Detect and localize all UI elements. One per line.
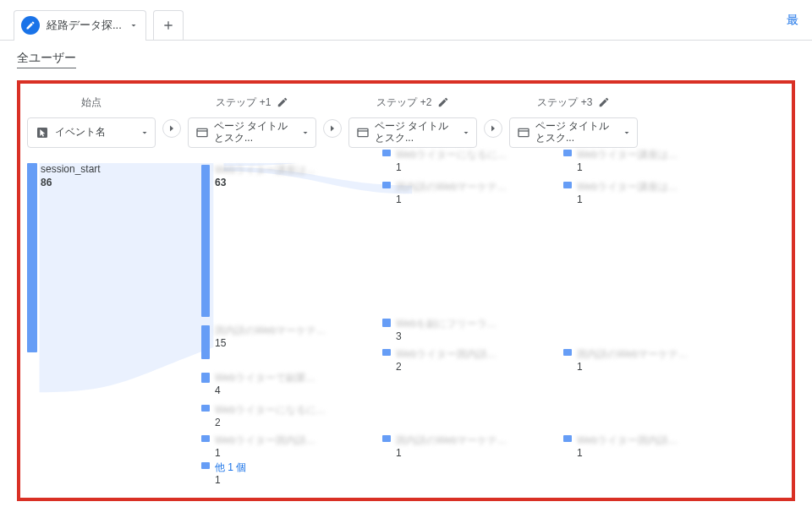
sankey-col-1: Webライター講座は...63国内語のWebマーケテ...15Webライターで副… xyxy=(201,163,352,493)
pencil-icon[interactable] xyxy=(598,96,610,108)
sankey-bar xyxy=(382,435,391,442)
pencil-icon xyxy=(21,16,40,35)
step-header-row: 始点 イベント名 ステップ +1 ページ タイトルとスク... xyxy=(27,92,785,148)
sankey-col-3: Webライター講座は...1Webライター講座は...1国内語のWebマーケテ.… xyxy=(563,163,714,493)
svg-rect-5 xyxy=(518,128,529,136)
chip-label: イベント名 xyxy=(55,127,106,139)
sankey-chart: session_start 86 Webライター講座は...63国内語のWebマ… xyxy=(27,163,785,493)
sankey-bar xyxy=(563,150,572,156)
step-header-1: ステップ +1 xyxy=(188,92,316,112)
step-arrow xyxy=(320,119,345,138)
step-header-3: ステップ +3 xyxy=(509,92,638,112)
sankey-bar xyxy=(201,325,210,359)
step-header-2: ステップ +2 xyxy=(348,92,477,112)
chip-label: ページ タイトルとスク... xyxy=(535,121,617,144)
tab-label: 経路データ探... xyxy=(47,18,122,33)
step-arrow xyxy=(159,119,184,138)
segment-row: 全ユーザー xyxy=(0,41,812,74)
exploration-canvas: 始点 イベント名 ステップ +1 ページ タイトルとスク... xyxy=(17,80,795,501)
add-tab-button[interactable] xyxy=(153,10,184,41)
step3-node-chip[interactable]: ページ タイトルとスク... xyxy=(509,117,638,148)
sankey-col-0: session_start 86 xyxy=(27,163,171,493)
svg-rect-3 xyxy=(358,128,368,136)
sankey-bar xyxy=(382,150,391,156)
sankey-bar xyxy=(201,405,210,412)
webpage-icon xyxy=(195,125,209,140)
sankey-bar xyxy=(201,435,210,442)
chevron-down-icon xyxy=(622,128,632,138)
sankey-bar xyxy=(201,462,210,469)
sankey-bar xyxy=(201,165,210,317)
start-node-chip[interactable]: イベント名 xyxy=(27,117,156,148)
step2-node-chip[interactable]: ページ タイトルとスク... xyxy=(348,117,477,148)
step1-node-chip[interactable]: ページ タイトルとスク... xyxy=(188,117,316,148)
chip-label: ページ タイトルとスク... xyxy=(214,121,295,144)
step-arrow xyxy=(480,119,506,138)
sankey-bar xyxy=(563,182,572,188)
sankey-bar xyxy=(382,182,391,188)
segment-label[interactable]: 全ユーザー xyxy=(17,51,76,68)
sankey-col-2: Webライターになるに...1国内語のWebマーケテ...1Webを副にフリーラ… xyxy=(382,163,533,493)
chevron-down-icon xyxy=(461,128,471,138)
chevron-down-icon[interactable] xyxy=(129,20,139,30)
chevron-down-icon xyxy=(300,128,310,138)
cursor-icon xyxy=(35,125,50,140)
chevron-down-icon xyxy=(140,128,150,138)
arrow-right-icon xyxy=(162,119,181,138)
webpage-icon xyxy=(356,125,370,140)
sankey-bar xyxy=(201,373,210,383)
step-header-start: 始点 xyxy=(27,92,156,112)
sankey-bar xyxy=(382,319,391,327)
sankey-bar xyxy=(563,435,572,442)
pencil-icon[interactable] xyxy=(437,96,449,108)
top-right-text: 最 xyxy=(787,13,798,28)
sankey-bar xyxy=(382,349,391,356)
svg-rect-1 xyxy=(197,128,207,136)
pencil-icon[interactable] xyxy=(277,96,288,108)
webpage-icon xyxy=(517,125,530,140)
tab-active[interactable]: 経路データ探... xyxy=(14,10,146,41)
arrow-right-icon xyxy=(484,119,502,138)
chip-label: ページ タイトルとスク... xyxy=(375,121,456,144)
tab-strip: 経路データ探... 最 xyxy=(0,0,812,41)
arrow-right-icon xyxy=(323,119,342,138)
sankey-bar xyxy=(563,349,572,356)
sankey-bar xyxy=(27,163,37,352)
